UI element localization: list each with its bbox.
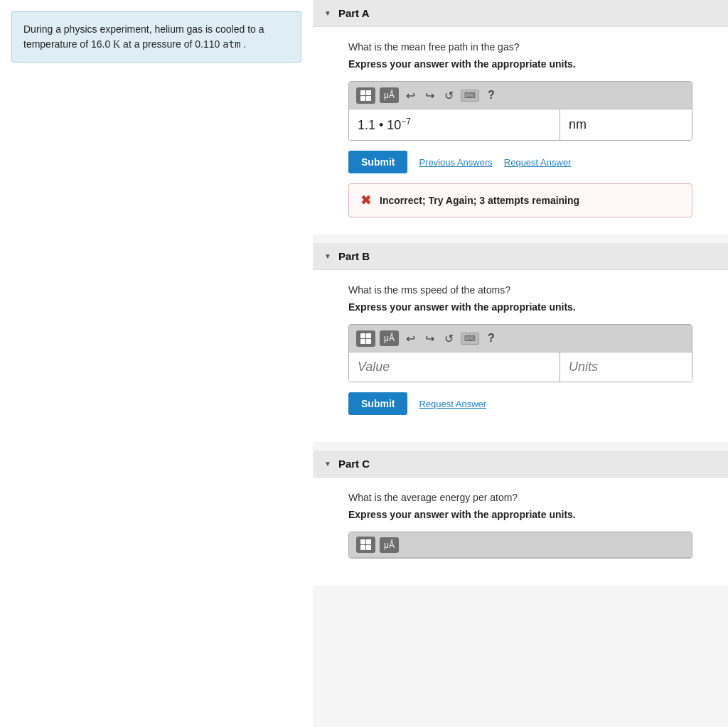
part-a-chevron-icon[interactable]: ▼ xyxy=(324,9,331,17)
part-c-grid-icon xyxy=(360,539,371,550)
redo-button[interactable]: ↪ xyxy=(422,87,437,104)
mu-label: μÅ xyxy=(384,90,395,100)
keyboard-icon[interactable]: ⌨ xyxy=(461,90,479,102)
part-b-mu-button[interactable]: μÅ xyxy=(380,330,399,346)
part-a-instruction: Express your answer with the appropriate… xyxy=(348,58,692,70)
mu-button[interactable]: μÅ xyxy=(380,87,399,103)
left-panel: During a physics experiment, helium gas … xyxy=(0,0,313,727)
part-b-instruction: Express your answer with the appropriate… xyxy=(348,301,692,313)
part-a-feedback-box: ✖ Incorrect; Try Again; 3 attempts remai… xyxy=(348,183,692,217)
part-a-units-input[interactable] xyxy=(560,109,692,140)
part-b-value-input[interactable] xyxy=(349,352,560,382)
undo-button[interactable]: ↩ xyxy=(403,87,418,104)
part-c-instruction: Express your answer with the appropriate… xyxy=(348,509,692,520)
part-a-answer-box: μÅ ↩ ↪ ↺ ⌨ ? 1.1 • 10−7 xyxy=(348,81,692,141)
right-panel: ▼ Part A What is the mean free path in t… xyxy=(313,0,728,727)
part-c-mu-button[interactable]: μÅ xyxy=(380,537,399,553)
part-b-toolbar: μÅ ↩ ↪ ↺ ⌨ ? xyxy=(349,325,692,352)
part-b-help-button[interactable]: ? xyxy=(483,329,499,348)
reset-button[interactable]: ↺ xyxy=(441,87,456,104)
part-a-question: What is the mean free path in the gas? xyxy=(348,41,692,53)
part-a-feedback-text: Incorrect; Try Again; 3 attempts remaini… xyxy=(380,195,579,206)
part-a-submit-button[interactable]: Submit xyxy=(348,151,407,173)
part-b-grid-button[interactable] xyxy=(356,330,375,347)
part-c-grid-button[interactable] xyxy=(356,537,375,553)
part-a-body: What is the mean free path in the gas? E… xyxy=(313,27,728,235)
incorrect-icon: ✖ xyxy=(360,193,371,208)
problem-box: During a physics experiment, helium gas … xyxy=(11,11,301,63)
part-b-request-answer-button[interactable]: Request Answer xyxy=(419,399,486,409)
part-b-grid-icon xyxy=(360,333,371,344)
part-b-input-row xyxy=(349,352,692,382)
part-c-body: What is the average energy per atom? Exp… xyxy=(313,478,728,586)
part-a-input-row: 1.1 • 10−7 xyxy=(349,109,692,140)
part-a-title: Part A xyxy=(338,7,370,19)
part-c-mu-label: μÅ xyxy=(384,540,395,550)
part-c-title: Part C xyxy=(338,458,370,470)
part-a-header: ▼ Part A xyxy=(313,0,728,27)
part-b-redo-button[interactable]: ↪ xyxy=(422,330,437,347)
part-c-section: ▼ Part C What is the average energy per … xyxy=(313,451,728,586)
part-c-answer-box: μÅ xyxy=(348,532,692,559)
part-c-chevron-icon[interactable]: ▼ xyxy=(324,460,331,468)
problem-text: During a physics experiment, helium gas … xyxy=(23,23,264,50)
part-b-section: ▼ Part B What is the rms speed of the at… xyxy=(313,243,728,442)
part-a-request-answer-button[interactable]: Request Answer xyxy=(504,157,572,168)
part-b-reset-button[interactable]: ↺ xyxy=(441,330,456,347)
part-b-keyboard-icon[interactable]: ⌨ xyxy=(461,333,479,345)
part-c-question: What is the average energy per atom? xyxy=(348,492,692,503)
part-b-title: Part B xyxy=(338,250,370,262)
part-b-answer-box: μÅ ↩ ↪ ↺ ⌨ ? xyxy=(348,324,692,382)
part-b-chevron-icon[interactable]: ▼ xyxy=(324,252,331,260)
grid-icon xyxy=(360,90,371,101)
part-b-units-input[interactable] xyxy=(560,352,692,382)
part-a-previous-answers-button[interactable]: Previous Answers xyxy=(419,157,492,168)
part-a-section: ▼ Part A What is the mean free path in t… xyxy=(313,0,728,235)
part-a-toolbar: μÅ ↩ ↪ ↺ ⌨ ? xyxy=(349,82,692,109)
help-button[interactable]: ? xyxy=(483,86,499,104)
part-b-submit-button[interactable]: Submit xyxy=(348,392,407,415)
grid-button[interactable] xyxy=(356,87,375,104)
part-a-actions: Submit Previous Answers Request Answer xyxy=(348,151,692,173)
part-b-body: What is the rms speed of the atoms? Expr… xyxy=(313,270,728,442)
part-b-undo-button[interactable]: ↩ xyxy=(403,330,418,347)
part-b-mu-label: μÅ xyxy=(384,333,395,343)
part-c-toolbar: μÅ xyxy=(349,532,692,558)
part-b-header: ▼ Part B xyxy=(313,243,728,270)
part-b-question: What is the rms speed of the atoms? xyxy=(348,284,692,296)
part-c-header: ▼ Part C xyxy=(313,451,728,478)
part-b-actions: Submit Request Answer xyxy=(348,392,692,415)
part-a-value-display[interactable]: 1.1 • 10−7 xyxy=(349,109,560,140)
